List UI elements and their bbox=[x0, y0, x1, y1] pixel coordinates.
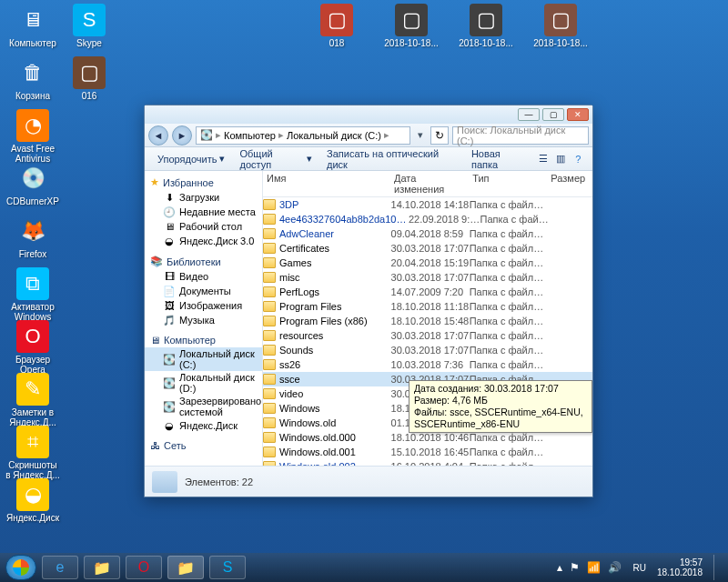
col-name[interactable]: Имя bbox=[263, 173, 390, 195]
clock[interactable]: 19:57 18.10.2018 bbox=[657, 557, 703, 577]
show-desktop-button[interactable] bbox=[713, 555, 723, 580]
nav-item[interactable]: 🖥Рабочий стол bbox=[145, 219, 262, 234]
column-headers[interactable]: Имя Дата изменения Тип Размер bbox=[263, 171, 592, 197]
nav-item[interactable]: 🕘Недавние места bbox=[145, 205, 262, 219]
desktop-icon[interactable]: SSkype bbox=[62, 4, 116, 48]
breadcrumb-drive[interactable]: Локальный диск (C:) bbox=[287, 130, 381, 141]
nav-item[interactable]: 💽Зарезервировано системой bbox=[145, 395, 262, 418]
desktop-icon[interactable]: OБраузер Opera bbox=[5, 320, 60, 375]
language-indicator[interactable]: RU bbox=[629, 563, 649, 573]
folder-icon bbox=[263, 345, 276, 356]
refresh-button[interactable]: ↻ bbox=[430, 126, 449, 145]
desktop-icon[interactable]: ✎Заметки в Яндекс.Д... bbox=[5, 373, 60, 427]
new-folder-button[interactable]: Новая папка bbox=[464, 147, 535, 170]
tray-up-icon[interactable]: ▴ bbox=[557, 561, 562, 574]
folder-row[interactable]: Sounds30.03.2018 17:07Папка с файлами bbox=[263, 343, 592, 357]
desktop-icon[interactable]: ▢2018-10-18... bbox=[459, 4, 513, 48]
file-list[interactable]: Имя Дата изменения Тип Размер 3DP14.10.2… bbox=[263, 171, 592, 466]
desktop-icon[interactable]: ▢2018-10-18... bbox=[384, 4, 439, 48]
folder-row[interactable]: Program Files (x86)18.10.2018 15:48Папка… bbox=[263, 314, 592, 328]
minimize-button[interactable]: — bbox=[518, 108, 540, 121]
search-input[interactable]: Поиск: Локальный диск (C:) bbox=[452, 126, 589, 145]
desktop-icon[interactable]: ◔Avast Free Antivirus bbox=[5, 109, 60, 164]
desktop-icon[interactable]: ▢2018-10-18... bbox=[533, 4, 588, 48]
folder-row[interactable]: AdwCleaner09.04.2018 8:59Папка с файлами bbox=[263, 226, 592, 241]
drive-icon: 💽 bbox=[200, 129, 213, 141]
folder-icon bbox=[263, 403, 276, 414]
tray-flag-icon[interactable]: ⚑ bbox=[570, 561, 580, 574]
nav-item[interactable]: 🎵Музыка bbox=[145, 313, 262, 327]
desktop-icon[interactable]: ⌗Скриншоты в Яндекс.Д... bbox=[5, 426, 60, 480]
preview-pane-button[interactable]: ▥ bbox=[552, 150, 570, 168]
tooltip: Дата создания: 30.03.2018 17:07 Размер: … bbox=[409, 380, 592, 433]
desktop-icon[interactable]: 💿CDBurnerXP bbox=[5, 162, 60, 206]
folder-icon bbox=[263, 243, 276, 254]
folder-row[interactable]: Windows.old.00216.10.2018 4:04Папка с фа… bbox=[263, 459, 592, 466]
nav-item[interactable]: 💽Локальный диск (D:) bbox=[145, 371, 262, 395]
taskbar-opera[interactable]: O bbox=[126, 556, 162, 579]
nav-item[interactable]: 🖼Изображения bbox=[145, 298, 262, 313]
taskbar-explorer[interactable]: 📁 bbox=[84, 556, 120, 579]
nav-item[interactable]: ⬇Загрузки bbox=[145, 190, 262, 205]
explorer-window: — ▢ ✕ ◄ ► 💽 ▸ Компьютер ▸ Локальный диск… bbox=[144, 105, 593, 497]
folder-icon bbox=[263, 301, 276, 312]
folder-row[interactable]: Certificates30.03.2018 17:07Папка с файл… bbox=[263, 241, 592, 256]
folder-icon bbox=[263, 257, 276, 268]
col-size[interactable]: Размер bbox=[547, 173, 592, 195]
nav-network-header[interactable]: 🖧Сеть bbox=[145, 438, 262, 453]
folder-icon bbox=[263, 432, 276, 443]
nav-libraries-header[interactable]: 📚Библиотеки bbox=[145, 254, 262, 269]
folder-icon bbox=[263, 417, 276, 428]
desktop-icon[interactable]: ⧉Активатор Windows bbox=[5, 267, 60, 322]
burn-button[interactable]: Записать на оптический диск bbox=[319, 147, 464, 170]
taskbar-explorer-open[interactable]: 📁 bbox=[167, 556, 204, 579]
desktop-icon[interactable]: 🖥Компьютер bbox=[5, 4, 60, 48]
back-button[interactable]: ◄ bbox=[148, 125, 168, 146]
folder-icon bbox=[263, 272, 276, 283]
breadcrumb[interactable]: 💽 ▸ Компьютер ▸ Локальный диск (C:) ▸ bbox=[196, 126, 410, 145]
share-menu[interactable]: Общий доступ ▾ bbox=[232, 147, 319, 170]
breadcrumb-root[interactable]: Компьютер bbox=[224, 130, 276, 141]
system-tray: ▴ ⚑ 📶 🔊 RU 19:57 18.10.2018 bbox=[557, 555, 723, 580]
folder-row[interactable]: 4ee463327604ab8b2da10ce3d345a622.09.2018… bbox=[263, 212, 592, 226]
folder-row[interactable]: Windows.old.00115.10.2018 16:45Папка с ф… bbox=[263, 445, 592, 459]
folder-row[interactable]: PerfLogs14.07.2009 7:20Папка с файлами bbox=[263, 285, 592, 299]
nav-favorites-header[interactable]: ★Избранное bbox=[145, 175, 262, 190]
help-button[interactable]: ? bbox=[570, 150, 587, 168]
tray-volume-icon[interactable]: 🔊 bbox=[608, 561, 622, 574]
desktop-icon[interactable]: 🦊Firefox bbox=[5, 215, 60, 259]
taskbar-skype[interactable]: S bbox=[209, 556, 246, 579]
folder-row[interactable]: misc30.03.2018 17:07Папка с файлами bbox=[263, 270, 592, 285]
nav-item[interactable]: ◒Яндекс.Диск bbox=[145, 418, 262, 433]
windows-logo-icon bbox=[13, 559, 29, 576]
folder-row[interactable]: ss2610.03.2018 7:36Папка с файлами bbox=[263, 357, 592, 372]
nav-item[interactable]: 💽Локальный диск (C:) bbox=[145, 347, 262, 371]
history-dropdown[interactable]: ▾ bbox=[414, 129, 427, 141]
desktop-icon[interactable]: ◒Яндекс.Диск bbox=[5, 478, 60, 523]
folder-row[interactable]: resources30.03.2018 17:07Папка с файлами bbox=[263, 328, 592, 343]
desktop-icon[interactable]: 🗑Корзина bbox=[5, 56, 60, 101]
maximize-button[interactable]: ▢ bbox=[542, 108, 564, 121]
desktop-icon[interactable]: ▢018 bbox=[309, 4, 364, 48]
nav-computer-header[interactable]: 🖥Компьютер bbox=[145, 333, 262, 347]
nav-item[interactable]: 🎞Видео bbox=[145, 269, 262, 284]
forward-button[interactable]: ► bbox=[172, 125, 192, 146]
folder-row[interactable]: Program Files18.10.2018 11:18Папка с фай… bbox=[263, 299, 592, 314]
col-type[interactable]: Тип bbox=[469, 173, 547, 195]
view-options-button[interactable]: ☰ bbox=[534, 150, 551, 168]
close-button[interactable]: ✕ bbox=[567, 108, 589, 121]
folder-row[interactable]: Games20.04.2018 15:19Папка с файлами bbox=[263, 256, 592, 270]
taskbar: e 📁 O 📁 S ▴ ⚑ 📶 🔊 RU 19:57 18.10.2018 bbox=[0, 553, 728, 582]
organize-menu[interactable]: Упорядочить ▾ bbox=[150, 147, 232, 170]
nav-item[interactable]: ◒Яндекс.Диск 3.0 bbox=[145, 234, 262, 248]
titlebar[interactable]: — ▢ ✕ bbox=[145, 105, 592, 124]
folder-row[interactable]: 3DP14.10.2018 14:18Папка с файлами bbox=[263, 197, 592, 212]
nav-item[interactable]: 📄Документы bbox=[145, 284, 262, 298]
start-button[interactable] bbox=[5, 555, 36, 580]
taskbar-ie[interactable]: e bbox=[42, 556, 78, 579]
col-date[interactable]: Дата изменения bbox=[390, 173, 469, 195]
tray-network-icon[interactable]: 📶 bbox=[587, 561, 601, 574]
address-bar: ◄ ► 💽 ▸ Компьютер ▸ Локальный диск (C:) … bbox=[145, 124, 592, 147]
folder-icon bbox=[263, 461, 276, 466]
desktop-icon[interactable]: ▢016 bbox=[62, 56, 116, 101]
